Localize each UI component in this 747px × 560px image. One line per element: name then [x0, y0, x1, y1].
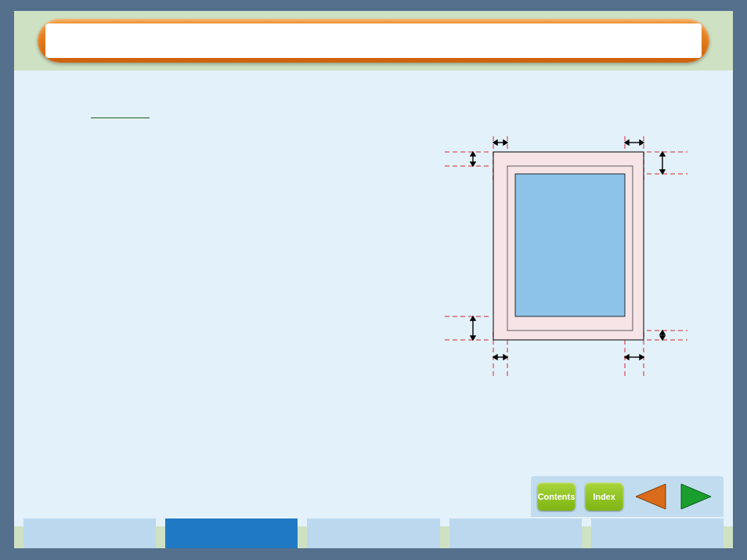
svg-marker-39 — [471, 336, 475, 340]
svg-marker-33 — [471, 162, 475, 166]
nav-panel: Contents Index — [531, 476, 724, 517]
svg-marker-27 — [503, 355, 507, 359]
svg-marker-21 — [503, 140, 507, 145]
tab-3[interactable] — [307, 518, 439, 548]
next-arrow-icon — [678, 482, 714, 511]
index-button[interactable]: Index — [585, 482, 623, 511]
svg-marker-44 — [681, 484, 711, 509]
contents-label: Contents — [538, 492, 576, 501]
svg-marker-36 — [660, 170, 665, 174]
svg-marker-41 — [660, 331, 665, 334]
svg-marker-26 — [493, 355, 497, 359]
svg-marker-43 — [636, 484, 666, 509]
tab-4[interactable] — [449, 518, 582, 548]
index-label: Index — [593, 492, 615, 501]
contents-button[interactable]: Contents — [537, 482, 576, 511]
title-text — [45, 23, 702, 58]
svg-marker-38 — [471, 316, 475, 320]
svg-marker-35 — [660, 152, 665, 156]
svg-marker-23 — [625, 140, 629, 145]
tab-1[interactable] — [23, 518, 156, 548]
section-link[interactable] — [91, 117, 150, 118]
svg-marker-24 — [640, 140, 644, 145]
svg-marker-32 — [471, 152, 475, 156]
svg-marker-42 — [660, 336, 665, 340]
content-area: Contents Index — [14, 70, 733, 526]
previous-arrow-icon — [633, 482, 669, 511]
svg-marker-29 — [625, 355, 629, 359]
svg-marker-20 — [493, 140, 497, 145]
title-bar — [38, 19, 709, 63]
tab-2[interactable] — [165, 518, 298, 548]
margin-diagram — [445, 136, 687, 379]
bottom-tabs — [14, 518, 733, 548]
previous-button[interactable] — [633, 482, 669, 511]
tab-5[interactable] — [591, 518, 724, 548]
next-button[interactable] — [678, 482, 714, 511]
svg-rect-18 — [515, 174, 625, 316]
svg-marker-30 — [640, 355, 644, 359]
app-frame: Contents Index — [14, 11, 733, 548]
